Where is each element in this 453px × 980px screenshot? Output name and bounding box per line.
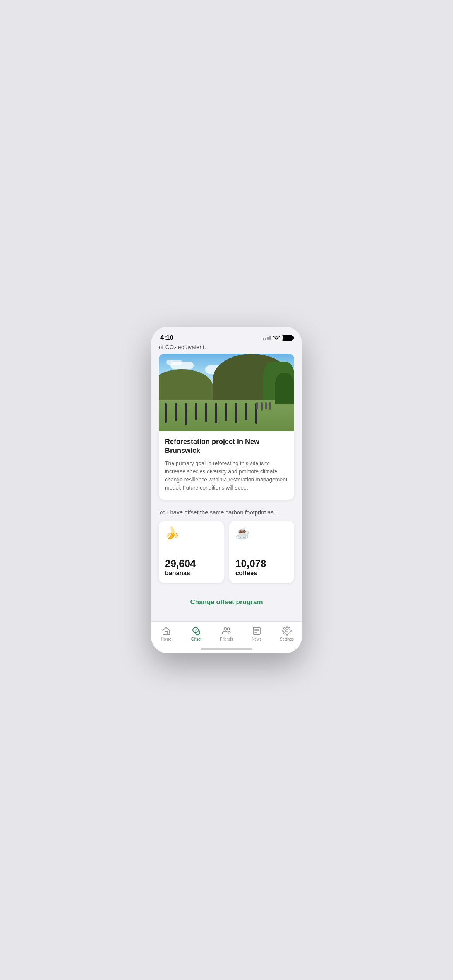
- coffee-label: coffees: [235, 570, 288, 577]
- project-description: The primary goal in reforesting this sit…: [165, 459, 288, 492]
- phone-frame: 4:10 of CO₂ equivalent.: [151, 327, 302, 653]
- coffee-count: 10,078: [235, 558, 288, 570]
- post: [235, 403, 237, 423]
- post: [225, 403, 227, 421]
- offset-card-coffees: ☕ 10,078 coffees: [229, 521, 294, 583]
- settings-icon: [282, 626, 292, 636]
- svg-point-1: [227, 628, 230, 630]
- offset-icon: [192, 626, 201, 636]
- offset-section: You have offset the same carbon footprin…: [151, 509, 302, 612]
- nav-label-news: News: [252, 637, 261, 641]
- friends-icon: [222, 626, 231, 636]
- ground: [159, 400, 294, 431]
- co2-text: of CO₂ equivalent.: [151, 344, 302, 354]
- home-icon: [161, 626, 171, 636]
- nav-label-offset: Offset: [191, 637, 202, 641]
- post: [175, 403, 177, 421]
- nav-item-settings[interactable]: Settings: [272, 625, 302, 641]
- nav-item-friends[interactable]: Friends: [211, 625, 242, 641]
- banana-count: 29,604: [165, 558, 218, 570]
- news-icon: [252, 626, 261, 636]
- scroll-content[interactable]: of CO₂ equivalent.: [151, 344, 302, 621]
- post: [165, 403, 167, 423]
- svg-point-0: [224, 628, 227, 630]
- nav-label-home: Home: [161, 637, 172, 641]
- post: [245, 403, 247, 420]
- banana-icon: 🍌: [165, 527, 218, 539]
- offset-header: You have offset the same carbon footprin…: [159, 509, 294, 516]
- status-bar: 4:10: [151, 327, 302, 344]
- offset-card-bananas: 🍌 29,604 bananas: [159, 521, 224, 583]
- battery-icon: [282, 335, 293, 341]
- coffee-icon: ☕: [235, 527, 288, 539]
- signal-dots-icon: [263, 336, 271, 340]
- nav-item-home[interactable]: Home: [151, 625, 181, 641]
- people-silhouettes: [256, 402, 271, 411]
- post: [215, 403, 217, 423]
- nav-label-settings: Settings: [280, 637, 294, 641]
- post: [195, 403, 197, 420]
- change-offset-program-button[interactable]: Change offset program: [159, 592, 294, 612]
- project-card: Reforestation project in New Brunswick T…: [159, 431, 294, 500]
- svg-point-6: [286, 630, 288, 632]
- status-icons: [263, 335, 293, 341]
- post: [185, 403, 187, 425]
- right-trees: [275, 373, 294, 404]
- status-time: 4:10: [160, 334, 173, 342]
- nav-item-offset[interactable]: Offset: [181, 625, 211, 641]
- offset-cards: 🍌 29,604 bananas ☕ 10,078 coffees: [159, 521, 294, 583]
- hero-image: [159, 354, 294, 431]
- home-bar-indicator: [201, 648, 252, 650]
- wifi-icon: [273, 336, 280, 340]
- nav-label-friends: Friends: [220, 637, 233, 641]
- project-title: Reforestation project in New Brunswick: [165, 437, 288, 456]
- posts-row: [159, 400, 294, 428]
- banana-label: bananas: [165, 570, 218, 577]
- hill-left: [159, 369, 213, 404]
- nav-item-news[interactable]: News: [242, 625, 272, 641]
- post: [205, 403, 207, 422]
